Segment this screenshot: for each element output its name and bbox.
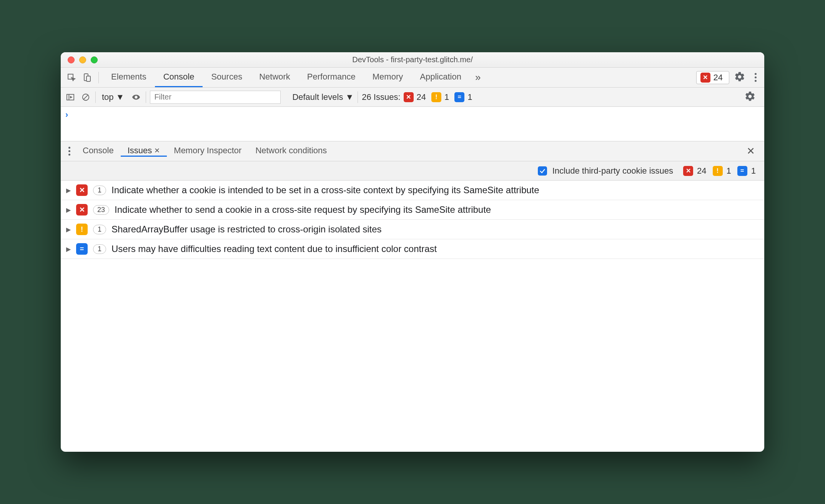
- drawer-tab-issues[interactable]: Issues ✕: [121, 146, 167, 157]
- issue-title: Indicate whether to send a cookie in a c…: [115, 204, 491, 215]
- warning-icon: !: [76, 224, 88, 235]
- tab-strip: Elements Console Sources Network Perform…: [103, 68, 470, 87]
- info-count: 1: [751, 166, 756, 176]
- titlebar: DevTools - first-party-test.glitch.me/: [61, 52, 764, 68]
- tab-sources[interactable]: Sources: [203, 68, 251, 87]
- tab-label: Elements: [111, 72, 146, 82]
- chevron-down-icon: ▼: [345, 92, 354, 102]
- main-panel-tabs: Elements Console Sources Network Perform…: [61, 68, 764, 88]
- context-label: top: [102, 92, 114, 102]
- divider: [98, 72, 99, 83]
- svg-line-5: [83, 94, 88, 99]
- window-title: DevTools - first-party-test.glitch.me/: [61, 55, 764, 64]
- error-icon: ✕: [76, 184, 88, 196]
- issue-row[interactable]: ▶ = 1 Users may have difficulties readin…: [61, 239, 764, 259]
- tab-network[interactable]: Network: [251, 68, 299, 87]
- error-count: 24: [697, 166, 706, 176]
- console-toolbar: top ▼ Default levels ▼ 26 Issues: ✕ 24 !…: [61, 88, 764, 107]
- warning-icon: !: [713, 166, 723, 176]
- toggle-sidebar-icon[interactable]: [65, 91, 76, 103]
- tab-label: Sources: [211, 72, 242, 82]
- tab-label: Network: [259, 72, 290, 82]
- error-icon: ✕: [404, 92, 414, 102]
- settings-gear-icon[interactable]: [729, 71, 750, 84]
- issue-count-pill: 1: [93, 244, 106, 254]
- issues-toolbar: Include third-party cookie issues ✕ 24 !…: [61, 161, 764, 181]
- issue-count-pill: 1: [93, 225, 106, 234]
- error-icon: ✕: [683, 166, 693, 176]
- tab-label: Network conditions: [255, 146, 327, 156]
- console-body[interactable]: ›: [61, 107, 764, 141]
- console-prompt-icon: ›: [65, 110, 68, 119]
- issues-summary[interactable]: 26 Issues: ✕ 24 ! 1 = 1: [362, 92, 474, 102]
- divider: [146, 91, 146, 103]
- tab-console[interactable]: Console: [155, 68, 203, 87]
- filter-input[interactable]: [150, 91, 281, 104]
- tab-label: Memory: [373, 72, 403, 82]
- issue-title: Users may have difficulties reading text…: [111, 244, 437, 254]
- tab-application[interactable]: Application: [411, 68, 470, 87]
- more-options-icon[interactable]: [750, 73, 761, 82]
- device-toolbar-icon[interactable]: [79, 70, 95, 85]
- divider: [358, 91, 358, 103]
- svg-rect-2: [86, 76, 90, 81]
- warning-icon: !: [431, 92, 441, 102]
- divider: [95, 91, 96, 103]
- issue-title: SharedArrayBuffer usage is restricted to…: [111, 224, 382, 235]
- expand-triangle-icon[interactable]: ▶: [66, 206, 71, 214]
- console-settings-gear-icon[interactable]: [740, 91, 760, 104]
- tab-elements[interactable]: Elements: [103, 68, 155, 87]
- error-icon: ✕: [76, 204, 88, 216]
- issue-title: Indicate whether a cookie is intended to…: [111, 185, 539, 196]
- warning-count: 1: [727, 166, 731, 176]
- expand-triangle-icon[interactable]: ▶: [66, 245, 71, 253]
- live-expression-eye-icon[interactable]: [130, 91, 142, 103]
- tab-label: Issues: [128, 146, 152, 156]
- drawer-tab-console[interactable]: Console: [76, 146, 121, 157]
- error-count: 24: [714, 73, 723, 83]
- tab-memory[interactable]: Memory: [364, 68, 411, 87]
- clear-console-icon[interactable]: [80, 91, 91, 103]
- tab-label: Console: [83, 146, 114, 156]
- levels-label: Default levels: [292, 92, 343, 102]
- close-tab-icon[interactable]: ✕: [154, 146, 160, 155]
- tabs-overflow-button[interactable]: »: [470, 71, 486, 83]
- issue-row[interactable]: ▶ ✕ 1 Indicate whether a cookie is inten…: [61, 181, 764, 200]
- warning-count: 1: [444, 92, 449, 102]
- issues-counter-button[interactable]: ✕ 24: [696, 71, 729, 84]
- issue-count-pill: 1: [93, 186, 106, 195]
- tab-label: Memory Inspector: [174, 146, 241, 156]
- info-icon: =: [454, 92, 464, 102]
- issue-row[interactable]: ▶ ✕ 23 Indicate whether to send a cookie…: [61, 200, 764, 220]
- inspect-element-icon[interactable]: [64, 70, 79, 85]
- issues-list: ▶ ✕ 1 Indicate whether a cookie is inten…: [61, 181, 764, 259]
- info-count: 1: [467, 92, 472, 102]
- issue-count-pill: 23: [93, 205, 109, 215]
- drawer-more-icon[interactable]: [63, 147, 76, 156]
- info-icon: =: [76, 243, 88, 255]
- close-drawer-icon[interactable]: ✕: [740, 145, 762, 157]
- drawer-tab-network-conditions[interactable]: Network conditions: [248, 146, 334, 157]
- include-third-party-checkbox[interactable]: [538, 166, 547, 176]
- drawer-tabs: Console Issues ✕ Memory Inspector Networ…: [61, 141, 764, 161]
- tab-performance[interactable]: Performance: [299, 68, 364, 87]
- error-icon: ✕: [700, 73, 710, 83]
- error-count: 24: [417, 92, 426, 102]
- tab-label: Console: [163, 72, 195, 82]
- log-levels-selector[interactable]: Default levels ▼: [292, 92, 354, 102]
- chevron-down-icon: ▼: [116, 92, 125, 102]
- drawer-tab-memory-inspector[interactable]: Memory Inspector: [167, 146, 248, 157]
- issue-counts: ✕ 24 ! 1 = 1: [683, 166, 758, 176]
- tab-label: Performance: [307, 72, 356, 82]
- devtools-window: DevTools - first-party-test.glitch.me/ E…: [61, 52, 764, 452]
- issue-row[interactable]: ▶ ! 1 SharedArrayBuffer usage is restric…: [61, 220, 764, 239]
- expand-triangle-icon[interactable]: ▶: [66, 226, 71, 233]
- issues-prefix: 26 Issues:: [362, 92, 400, 102]
- checkbox-label: Include third-party cookie issues: [552, 166, 673, 176]
- info-icon: =: [737, 166, 747, 176]
- tab-label: Application: [420, 72, 461, 82]
- context-selector[interactable]: top ▼: [100, 92, 126, 102]
- expand-triangle-icon[interactable]: ▶: [66, 187, 71, 194]
